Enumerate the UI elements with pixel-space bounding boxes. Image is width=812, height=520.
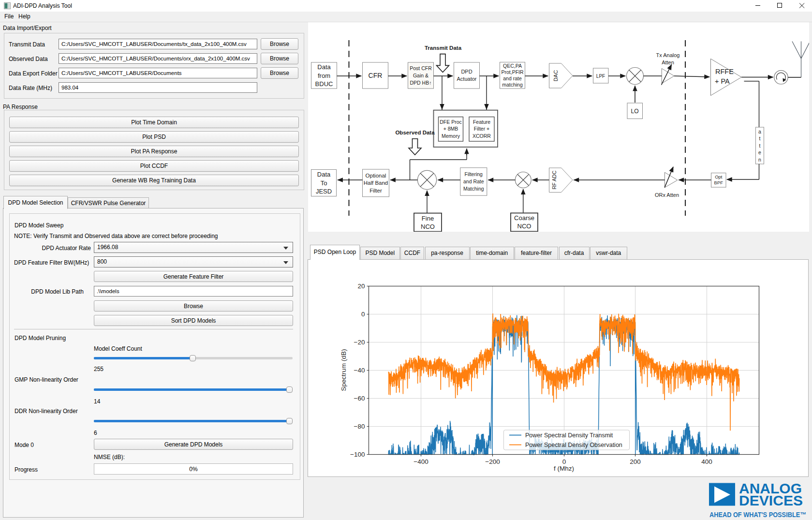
svg-text:BPF: BPF [714, 180, 723, 185]
svg-text:LPF: LPF [596, 74, 605, 79]
svg-text:and rate: and rate [503, 75, 522, 81]
svg-text:Data: Data [317, 63, 331, 71]
svg-text:−60: −60 [354, 395, 365, 402]
svg-text:e: e [758, 149, 761, 155]
svg-text:RF ADC: RF ADC [551, 170, 557, 189]
svg-text:0: 0 [361, 311, 365, 318]
svg-text:Filtering: Filtering [465, 171, 483, 177]
svg-text:NCO: NCO [517, 223, 531, 230]
svg-text:20: 20 [357, 282, 365, 290]
svg-text:Post CFR: Post CFR [410, 65, 432, 71]
svg-text:−80: −80 [354, 423, 365, 430]
svg-text:Gain &: Gain & [413, 73, 428, 78]
svg-text:Actuator: Actuator [457, 76, 477, 82]
svg-text:+ PA: + PA [715, 77, 730, 85]
svg-text:400: 400 [701, 458, 712, 465]
svg-text:from: from [318, 72, 330, 79]
svg-text:−20: −20 [354, 339, 365, 346]
svg-text:To: To [321, 179, 327, 187]
svg-text:Power Spectral Density Observa: Power Spectral Density Observation [525, 442, 622, 448]
svg-text:+ 8MB: + 8MB [443, 126, 458, 132]
svg-text:Observed Data: Observed Data [395, 130, 435, 135]
svg-text:Prot,PFIR: Prot,PFIR [501, 69, 524, 75]
svg-text:Atten: Atten [662, 59, 674, 65]
svg-text:Transmit Data: Transmit Data [425, 45, 462, 51]
svg-text:DPD HB↑: DPD HB↑ [410, 80, 432, 86]
svg-text:−40: −40 [354, 367, 365, 374]
svg-text:Matching: Matching [463, 186, 484, 192]
svg-text:Tx Analog: Tx Analog [656, 52, 680, 58]
svg-text:QEC,PA: QEC,PA [503, 63, 522, 69]
svg-text:Spectrum (dB): Spectrum (dB) [340, 349, 347, 391]
svg-text:Memory: Memory [442, 133, 460, 139]
svg-text:LO: LO [631, 108, 638, 115]
svg-text:Optional: Optional [366, 173, 386, 178]
svg-text:DFE Proc: DFE Proc [440, 119, 462, 125]
svg-text:Half Band: Half Band [364, 180, 388, 186]
svg-text:NCO: NCO [421, 223, 435, 230]
svg-text:Filter: Filter [369, 188, 382, 193]
svg-text:a: a [758, 129, 761, 134]
svg-text:and Rate: and Rate [463, 178, 484, 184]
svg-text:DAC: DAC [553, 70, 559, 81]
svg-text:AHEAD OF WHAT'S POSSIBLE™: AHEAD OF WHAT'S POSSIBLE™ [709, 511, 806, 519]
svg-text:t: t [759, 143, 761, 149]
svg-text:200: 200 [630, 458, 641, 465]
svg-text:−100: −100 [350, 451, 365, 458]
svg-text:RFFE: RFFE [715, 68, 734, 75]
svg-text:Opt: Opt [715, 174, 723, 179]
svg-text:n: n [758, 157, 761, 163]
svg-text:Power Spectral Density Transmi: Power Spectral Density Transmit [525, 432, 613, 439]
svg-text:DPD: DPD [461, 69, 472, 74]
svg-text:Coarse: Coarse [514, 214, 534, 222]
svg-text:f (Mhz): f (Mhz) [554, 465, 574, 472]
svg-text:XCORR: XCORR [472, 133, 491, 139]
svg-text:JESD: JESD [316, 188, 332, 195]
svg-text:matching: matching [502, 82, 523, 88]
svg-text:−400: −400 [413, 458, 428, 465]
svg-text:Feature: Feature [473, 119, 490, 125]
svg-text:Filter +: Filter + [474, 126, 489, 132]
svg-text:Fine: Fine [422, 215, 434, 222]
svg-text:CFR: CFR [369, 72, 383, 79]
svg-text:BDUC: BDUC [315, 80, 333, 88]
svg-text:Data: Data [317, 171, 331, 178]
svg-text:0: 0 [562, 458, 566, 465]
svg-text:ORx Atten: ORx Atten [655, 192, 679, 198]
svg-text:t: t [759, 135, 761, 141]
svg-text:DEVICES: DEVICES [739, 493, 803, 508]
svg-text:−200: −200 [485, 458, 500, 465]
